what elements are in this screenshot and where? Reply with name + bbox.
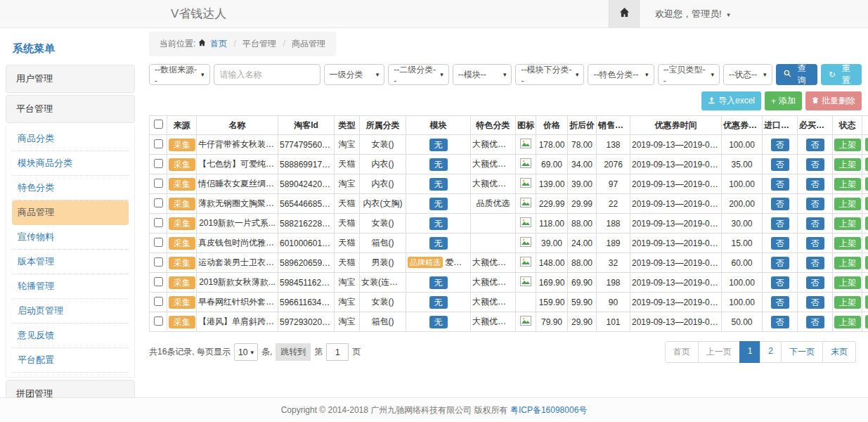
- home-icon: [619, 7, 630, 20]
- must-buy-toggle[interactable]: 否: [806, 198, 824, 210]
- must-buy-toggle[interactable]: 否: [806, 178, 824, 191]
- sidebar-subitem[interactable]: 意见反馈: [12, 324, 129, 348]
- select-all-checkbox[interactable]: [154, 120, 163, 129]
- add-button[interactable]: + 添加: [765, 91, 802, 110]
- import-select-toggle[interactable]: 否: [771, 316, 789, 328]
- row-checkbox[interactable]: [154, 218, 163, 227]
- status-toggle[interactable]: 上架: [834, 139, 861, 151]
- row-checkbox[interactable]: [154, 297, 163, 306]
- import-select-toggle[interactable]: 否: [771, 178, 789, 191]
- module-badge: 无: [429, 296, 448, 309]
- sidebar-subitem[interactable]: 版本管理: [12, 250, 129, 274]
- row-checkbox[interactable]: [154, 179, 163, 188]
- sidebar-subitem[interactable]: 轮播管理: [12, 274, 129, 299]
- status-toggle[interactable]: 上架: [834, 178, 861, 191]
- status-toggle[interactable]: 上架: [834, 316, 861, 328]
- edit-button[interactable]: [865, 295, 868, 309]
- status-toggle[interactable]: 上架: [834, 217, 861, 230]
- row-checkbox[interactable]: [154, 238, 163, 247]
- status-toggle[interactable]: 上架: [834, 158, 861, 171]
- must-buy-toggle[interactable]: 否: [806, 139, 824, 151]
- sidebar-subitem[interactable]: 平台配置: [12, 348, 129, 373]
- import-excel-button[interactable]: 导入excel: [701, 91, 761, 110]
- pagination-bar: 共16条记录, 每页显示 10▾ 条, 跳转到 第 页 首页 上一页 1 2 下…: [149, 341, 862, 363]
- module-select[interactable]: --模块--▾: [453, 64, 512, 85]
- import-select-toggle[interactable]: 否: [771, 276, 789, 289]
- batch-delete-button[interactable]: 批量删除: [805, 91, 862, 110]
- edit-button[interactable]: [865, 276, 868, 289]
- page-1-button[interactable]: 1: [739, 341, 761, 363]
- must-buy-toggle[interactable]: 否: [806, 158, 824, 171]
- sidebar-subitem[interactable]: 特色分类: [12, 176, 129, 200]
- status-toggle[interactable]: 上架: [834, 257, 861, 269]
- last-page-button[interactable]: 末页: [822, 341, 856, 363]
- sidebar-subitem[interactable]: 模块商品分类: [12, 151, 129, 176]
- breadcrumb-home-link[interactable]: 首页: [210, 39, 227, 49]
- sidebar-subitem[interactable]: 商品分类: [12, 127, 129, 151]
- sidebar-subitem[interactable]: 启动页管理: [12, 299, 129, 324]
- name-search-input[interactable]: [214, 64, 320, 85]
- import-select-toggle[interactable]: 否: [771, 198, 789, 210]
- sidebar-item-user-management[interactable]: 用户管理: [6, 65, 135, 93]
- module-sub-select[interactable]: --模块下分类--▾: [515, 64, 584, 85]
- user-menu[interactable]: 欢迎您，管理员! ▾: [655, 8, 730, 20]
- reset-button[interactable]: ↻ 重置: [821, 64, 862, 85]
- row-checkbox[interactable]: [154, 257, 163, 267]
- product-name: 运动套装男士卫衣初秋...: [197, 253, 278, 273]
- icp-link[interactable]: 粤ICP备16098006号: [510, 404, 587, 416]
- page-2-button[interactable]: 2: [760, 341, 782, 363]
- must-buy-toggle[interactable]: 否: [806, 257, 824, 269]
- edit-button[interactable]: [865, 177, 868, 191]
- next-page-button[interactable]: 下一页: [781, 341, 823, 363]
- sidebar-subitem[interactable]: 商品管理: [12, 200, 129, 225]
- status-toggle[interactable]: 上架: [834, 198, 861, 210]
- must-buy-toggle[interactable]: 否: [806, 217, 824, 230]
- import-select-toggle[interactable]: 否: [771, 296, 789, 309]
- item-type-select[interactable]: --宝贝类型--▾: [658, 64, 720, 85]
- first-page-button[interactable]: 首页: [665, 341, 699, 363]
- status-toggle[interactable]: 上架: [834, 276, 861, 289]
- source-badge: 采集: [169, 296, 195, 309]
- status-toggle[interactable]: 上架: [834, 237, 861, 250]
- row-checkbox[interactable]: [154, 198, 163, 207]
- edit-button[interactable]: [865, 256, 868, 269]
- row-checkbox[interactable]: [154, 277, 163, 286]
- level1-category-select[interactable]: 一级分类▾: [324, 64, 385, 85]
- prev-page-button[interactable]: 上一页: [698, 341, 740, 363]
- price: 118.00: [536, 214, 568, 234]
- import-select-toggle[interactable]: 否: [771, 139, 789, 151]
- data-source-select[interactable]: --数据来源--▾: [149, 64, 210, 85]
- sidebar-group-item[interactable]: 拼团管理: [6, 380, 135, 397]
- must-buy-toggle[interactable]: 否: [806, 316, 824, 328]
- must-buy-toggle[interactable]: 否: [806, 237, 824, 250]
- import-select-toggle[interactable]: 否: [771, 257, 789, 269]
- status-toggle[interactable]: 上架: [834, 296, 861, 309]
- product-type: 天猫: [335, 155, 360, 174]
- level2-category-select[interactable]: --二级分类--▾: [388, 64, 449, 85]
- edit-button[interactable]: [865, 315, 868, 328]
- home-button[interactable]: [609, 0, 640, 27]
- must-buy-toggle[interactable]: 否: [806, 296, 824, 309]
- sidebar-item-platform-management[interactable]: 平台管理: [6, 95, 135, 123]
- table-row: 采集 早春网红针织外套女春... 596611634525 淘宝 女装() 无 …: [150, 293, 868, 312]
- jump-button[interactable]: 跳转到: [276, 343, 311, 361]
- row-checkbox[interactable]: [154, 139, 163, 148]
- edit-button[interactable]: [865, 158, 868, 171]
- edit-button[interactable]: [865, 138, 868, 151]
- page-number-input[interactable]: [326, 343, 349, 361]
- must-buy-toggle[interactable]: 否: [806, 276, 824, 289]
- edit-button[interactable]: [865, 236, 868, 250]
- edit-button[interactable]: [865, 217, 868, 230]
- row-checkbox[interactable]: [154, 159, 163, 168]
- status-select[interactable]: --状态--▾: [723, 64, 772, 85]
- row-checkbox[interactable]: [154, 316, 163, 326]
- edit-button[interactable]: [865, 197, 868, 210]
- sidebar-subitem[interactable]: 宣传物料: [12, 225, 129, 250]
- per-page-select[interactable]: 10▾: [234, 343, 258, 361]
- upload-icon: [708, 96, 715, 106]
- import-select-toggle[interactable]: 否: [771, 237, 789, 250]
- import-select-toggle[interactable]: 否: [771, 158, 789, 171]
- feature-category-select[interactable]: --特色分类--▾: [588, 64, 654, 85]
- import-select-toggle[interactable]: 否: [771, 217, 789, 230]
- search-button[interactable]: 查询: [776, 64, 817, 85]
